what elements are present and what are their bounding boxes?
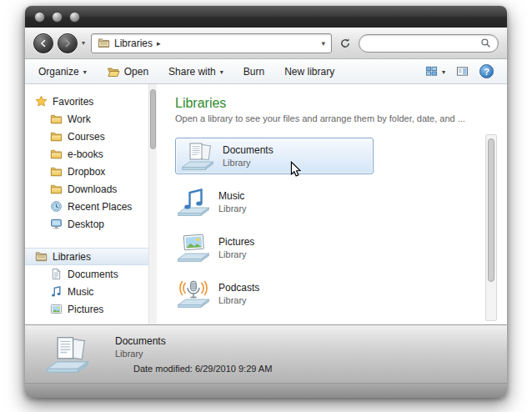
- content-scrollbar-thumb[interactable]: [488, 138, 494, 282]
- content-scrollbar[interactable]: [485, 134, 497, 321]
- item-name: Music: [218, 190, 247, 202]
- sidebar-item-recent-places[interactable]: Recent Places: [25, 198, 157, 215]
- organize-label: Organize: [38, 66, 79, 78]
- sidebar-item-music[interactable]: Music: [25, 283, 157, 300]
- desktop-icon: [50, 218, 63, 230]
- new-library-label: New library: [284, 66, 334, 78]
- page-title: Libraries: [175, 96, 507, 111]
- crumb-arrow-icon[interactable]: ▸: [157, 39, 161, 48]
- date-modified-label: Date modified:: [133, 364, 193, 374]
- share-with-label: Share with: [168, 66, 216, 78]
- mouse-cursor-icon: [290, 161, 301, 178]
- navigation-toolbar: ▾ Libraries ▸ ▾: [25, 28, 507, 59]
- sidebar-item-work[interactable]: Work: [25, 110, 157, 128]
- address-bar[interactable]: Libraries ▸ ▾: [91, 33, 332, 53]
- refresh-button[interactable]: [336, 34, 354, 53]
- change-view-button[interactable]: ▾: [425, 65, 445, 78]
- details-name: Documents: [115, 335, 272, 347]
- open-label: Open: [124, 66, 148, 78]
- titlebar[interactable]: [25, 6, 507, 28]
- sidebar-item-libraries[interactable]: Libraries: [25, 248, 157, 265]
- picture-icon: [50, 303, 63, 315]
- organize-button[interactable]: Organize ▾: [38, 66, 87, 78]
- music-library-icon: [175, 185, 212, 219]
- open-button[interactable]: Open: [107, 65, 148, 78]
- library-item-podcasts[interactable]: Podcasts Library: [175, 275, 482, 312]
- document-icon: [50, 268, 63, 280]
- item-name: Documents: [223, 144, 274, 156]
- sidebar-item-label: Dropbox: [68, 166, 105, 178]
- forward-button[interactable]: [58, 33, 78, 53]
- back-button[interactable]: [33, 33, 53, 53]
- sidebar-item-ebooks[interactable]: e-books: [25, 145, 157, 163]
- sidebar-item-label: Libraries: [53, 251, 91, 263]
- item-type: Library: [218, 295, 259, 305]
- sidebar-item-dropbox[interactable]: Dropbox: [25, 163, 157, 180]
- close-button[interactable]: [34, 12, 45, 23]
- library-item-pictures[interactable]: Pictures Library: [175, 229, 482, 266]
- search-box[interactable]: [359, 34, 499, 53]
- address-dropdown-icon[interactable]: ▾: [321, 39, 325, 48]
- sidebar-item-label: Favorites: [53, 96, 93, 108]
- podcasts-library-icon: [175, 277, 212, 310]
- library-list: Documents Library Music Library: [175, 138, 482, 321]
- sidebar-item-documents[interactable]: Documents: [25, 265, 157, 283]
- minimize-button[interactable]: [52, 12, 63, 23]
- folder-icon: [50, 183, 63, 195]
- command-bar: Organize ▾ Open Share with ▾ Burn New li…: [25, 59, 507, 84]
- help-icon: ?: [484, 67, 489, 77]
- sidebar-item-label: Music: [68, 286, 93, 298]
- navigation-pane: Favorites Work Courses e-books Dropbox: [25, 84, 157, 324]
- details-text: Documents Library Date modified: 6/29/20…: [115, 335, 272, 374]
- screenshot-canvas: ▾ Libraries ▸ ▾ Organize ▾: [0, 0, 532, 412]
- folder-icon: [50, 148, 63, 160]
- content-header: Libraries Open a library to see your fil…: [157, 84, 507, 123]
- share-with-button[interactable]: Share with ▾: [168, 66, 223, 78]
- sidebar-item-favorites[interactable]: Favorites: [25, 93, 157, 110]
- recent-places-icon: [50, 200, 63, 213]
- page-subtitle: Open a library to see your files and arr…: [175, 113, 507, 123]
- sidebar-item-label: Pictures: [68, 304, 103, 315]
- item-type: Library: [223, 158, 274, 168]
- help-button[interactable]: ?: [479, 64, 494, 78]
- command-bar-right-group: ▾ ?: [425, 64, 494, 78]
- sidebar-item-label: Documents: [68, 269, 118, 280]
- folder-icon: [50, 130, 63, 143]
- sidebar-section-gap: [25, 233, 157, 248]
- library-item-music[interactable]: Music Library: [175, 183, 482, 220]
- refresh-icon: [339, 38, 351, 49]
- sidebar-item-label: Recent Places: [68, 201, 132, 213]
- sidebar-item-courses[interactable]: Courses: [25, 128, 157, 145]
- sidebar-item-downloads[interactable]: Downloads: [25, 180, 157, 198]
- sidebar-item-desktop[interactable]: Desktop: [25, 215, 157, 233]
- documents-library-icon: [43, 332, 92, 376]
- burn-button[interactable]: Burn: [243, 66, 264, 78]
- sidebar-item-label: Downloads: [68, 183, 117, 195]
- preview-pane-icon: [455, 65, 469, 78]
- preview-pane-button[interactable]: [455, 65, 469, 78]
- libraries-icon: [35, 250, 48, 263]
- documents-library-icon: [179, 139, 216, 173]
- date-modified-value: 6/29/2010 9:29 AM: [195, 364, 272, 374]
- explorer-window: ▾ Libraries ▸ ▾ Organize ▾: [25, 6, 507, 398]
- sidebar-scrollbar-thumb[interactable]: [150, 89, 156, 149]
- star-icon: [35, 95, 48, 108]
- breadcrumb[interactable]: Libraries: [114, 38, 153, 49]
- search-input[interactable]: [366, 38, 480, 49]
- new-library-button[interactable]: New library: [284, 66, 334, 78]
- details-pane: Documents Library Date modified: 6/29/20…: [25, 324, 507, 383]
- file-list-area: Libraries Open a library to see your fil…: [157, 84, 507, 324]
- window-body: Favorites Work Courses e-books Dropbox: [25, 84, 507, 324]
- history-dropdown-icon[interactable]: ▾: [82, 39, 85, 47]
- sidebar-scrollbar[interactable]: [148, 84, 157, 324]
- library-item-documents[interactable]: Documents Library: [175, 138, 374, 174]
- zoom-button[interactable]: [69, 12, 80, 23]
- item-name: Pictures: [218, 236, 254, 248]
- sidebar-item-label: Desktop: [68, 219, 104, 230]
- sidebar-item-label: Work: [68, 113, 91, 125]
- view-grid-icon: [425, 65, 438, 78]
- libraries-icon: [98, 37, 110, 49]
- folder-icon: [50, 165, 63, 178]
- details-type: Library: [115, 349, 272, 359]
- sidebar-item-pictures[interactable]: Pictures: [25, 300, 157, 318]
